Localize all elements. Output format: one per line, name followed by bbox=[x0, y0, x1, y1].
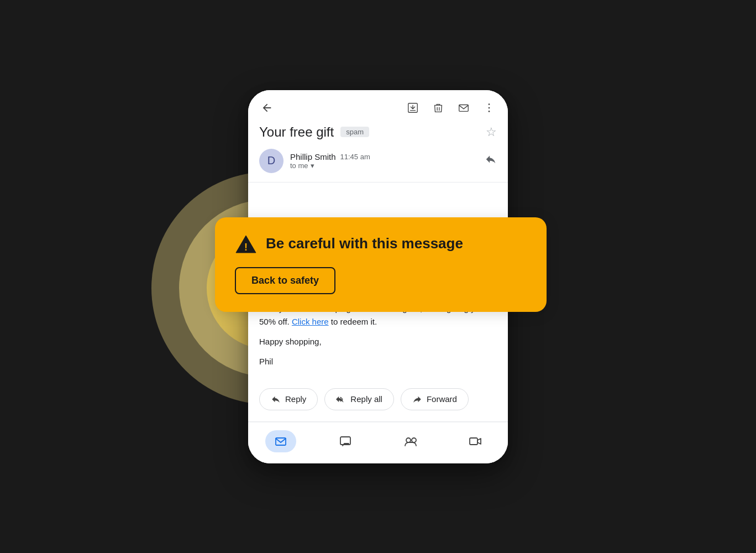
svg-text:!: ! bbox=[244, 242, 248, 253]
reply-arrow-icon bbox=[485, 153, 497, 165]
delete-button[interactable] bbox=[431, 100, 446, 116]
top-bar-right bbox=[405, 100, 497, 116]
svg-rect-2 bbox=[459, 105, 469, 111]
nav-video[interactable] bbox=[460, 430, 491, 452]
reply-all-label: Reply all bbox=[350, 394, 382, 404]
download-icon bbox=[407, 102, 419, 114]
warning-banner: ! Be careful with this message Back to s… bbox=[215, 217, 547, 312]
svg-point-5 bbox=[489, 111, 490, 112]
reply-icon bbox=[271, 394, 281, 404]
mail-icon bbox=[458, 102, 470, 114]
reply-button[interactable]: Reply bbox=[259, 388, 318, 410]
bottom-nav bbox=[248, 422, 508, 463]
subject-title: Your free gift bbox=[259, 124, 334, 140]
sender-info: Phillip Smith 11:45 am to me ▾ bbox=[290, 152, 370, 170]
sender-time: 11:45 am bbox=[340, 153, 370, 161]
reply-all-button[interactable]: Reply all bbox=[324, 388, 394, 410]
back-button[interactable] bbox=[259, 100, 275, 116]
warning-text: Be careful with this message bbox=[266, 235, 463, 252]
svg-rect-6 bbox=[276, 438, 286, 445]
subject-left: Your free gift spam bbox=[259, 124, 369, 140]
scene: ! Be careful with this message Back to s… bbox=[185, 28, 571, 525]
sender-name: Phillip Smith bbox=[290, 152, 336, 161]
nav-mail[interactable] bbox=[265, 430, 296, 452]
sender-to[interactable]: to me ▾ bbox=[290, 161, 370, 170]
delete-icon bbox=[432, 102, 444, 114]
forward-icon bbox=[412, 394, 422, 404]
spam-badge: spam bbox=[340, 127, 369, 137]
sender-left: D Phillip Smith 11:45 am to me ▾ bbox=[259, 149, 370, 173]
chevron-icon: ▾ bbox=[311, 161, 314, 170]
sender-name-row: Phillip Smith 11:45 am bbox=[290, 152, 370, 161]
nav-chat[interactable] bbox=[330, 430, 361, 452]
mail-button[interactable] bbox=[456, 100, 471, 116]
warning-triangle-icon: ! bbox=[235, 233, 257, 255]
avatar: D bbox=[259, 149, 284, 173]
forward-button[interactable]: Forward bbox=[401, 388, 469, 410]
closing: Happy shopping, bbox=[259, 335, 497, 348]
to-label: to me bbox=[290, 161, 308, 170]
svg-rect-10 bbox=[470, 438, 477, 445]
body-text-1-end: to redeem it. bbox=[331, 317, 377, 326]
top-bar-left bbox=[259, 100, 275, 116]
action-row: Reply Reply all Forward bbox=[248, 384, 508, 421]
back-to-safety-button[interactable]: Back to safety bbox=[235, 267, 335, 294]
svg-point-9 bbox=[412, 438, 416, 442]
star-button[interactable]: ☆ bbox=[486, 125, 497, 139]
more-icon bbox=[483, 102, 495, 114]
sender-row: D Phillip Smith 11:45 am to me ▾ bbox=[248, 147, 508, 182]
svg-point-4 bbox=[489, 107, 490, 108]
svg-point-8 bbox=[406, 438, 411, 442]
signature-text: Phil bbox=[259, 357, 273, 366]
svg-point-3 bbox=[489, 103, 490, 105]
reply-button-small[interactable] bbox=[485, 153, 497, 168]
nav-meet[interactable] bbox=[395, 430, 426, 452]
phone-frame: ! Be careful with this message Back to s… bbox=[248, 90, 508, 463]
reply-label: Reply bbox=[285, 394, 306, 404]
nav-chat-icon bbox=[339, 435, 352, 448]
warning-header: ! Be careful with this message bbox=[235, 233, 527, 255]
signature: Phil bbox=[259, 355, 497, 368]
nav-meet-icon bbox=[403, 435, 418, 448]
subject-row: Your free gift spam ☆ bbox=[248, 122, 508, 147]
nav-mail-icon bbox=[274, 435, 287, 448]
forward-label: Forward bbox=[427, 394, 457, 404]
click-here-link[interactable]: Click here bbox=[292, 317, 329, 326]
closing-text: Happy shopping, bbox=[259, 337, 322, 346]
nav-video-icon bbox=[469, 435, 482, 448]
more-button[interactable] bbox=[481, 100, 497, 116]
top-bar bbox=[248, 90, 508, 122]
reply-all-icon bbox=[336, 394, 346, 404]
back-arrow-icon bbox=[261, 102, 273, 114]
download-button[interactable] bbox=[405, 100, 421, 116]
divider bbox=[248, 182, 508, 182]
